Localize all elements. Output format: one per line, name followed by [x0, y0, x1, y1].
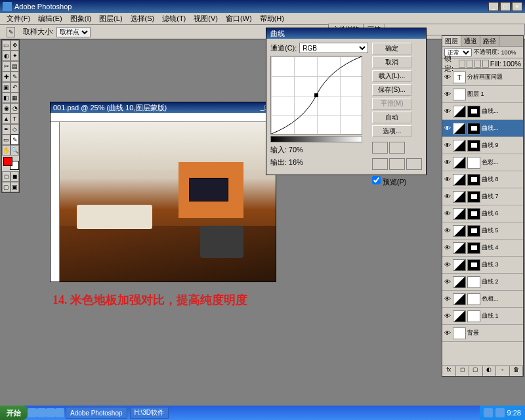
menu-window[interactable]: 窗口(W)	[222, 14, 256, 24]
layer-row[interactable]: 👁曲线...	[442, 103, 523, 120]
curves-curve[interactable]	[271, 56, 362, 134]
layer-name[interactable]: 曲线 9	[482, 141, 522, 150]
menu-filter[interactable]: 滤镜(T)	[158, 14, 190, 24]
curves-gradient[interactable]	[270, 136, 362, 142]
visibility-icon[interactable]: 👁	[444, 210, 452, 218]
tool-dodge[interactable]: ◔	[10, 103, 19, 114]
cancel-button[interactable]: 取消	[372, 56, 411, 68]
layer-name[interactable]: 曲线 7	[482, 192, 522, 201]
visibility-icon[interactable]: 👁	[444, 176, 452, 184]
layer-name[interactable]: 曲线 6	[482, 209, 522, 218]
lock-all[interactable]	[482, 60, 489, 68]
menu-file[interactable]: 文件(F)	[3, 14, 34, 24]
layer-row[interactable]: 👁曲线 5	[442, 222, 523, 240]
layer-name[interactable]: 曲线 3	[482, 261, 522, 269]
start-button[interactable]: 开始	[0, 406, 28, 420]
layer-name[interactable]: 曲线 8	[482, 175, 522, 184]
eyedropper-white[interactable]	[406, 158, 422, 170]
screenmode-2[interactable]: ▣	[10, 182, 19, 192]
layer-row[interactable]: 👁曲线 8	[442, 171, 523, 188]
visibility-icon[interactable]: 👁	[444, 142, 452, 150]
layer-mask[interactable]	[467, 106, 480, 117]
tool-preset-icon[interactable]: ✎	[7, 27, 15, 37]
layer-mask[interactable]	[467, 174, 480, 186]
preview-checkbox[interactable]	[372, 176, 381, 184]
load-button[interactable]: 载入(L)...	[372, 70, 411, 82]
layer-mask[interactable]	[467, 208, 480, 220]
visibility-icon[interactable]: 👁	[444, 244, 452, 252]
tool-lasso[interactable]: ◐	[2, 51, 10, 61]
tool-pen[interactable]: ✒	[2, 124, 10, 135]
tab-paths[interactable]: 路径	[480, 36, 499, 46]
visibility-icon[interactable]: 👁	[444, 278, 452, 286]
layer-mask[interactable]	[467, 293, 480, 305]
tool-wand[interactable]: ✦	[10, 51, 19, 61]
tool-move[interactable]: ✥	[10, 40, 19, 51]
sample-size-select[interactable]: 取样点	[56, 27, 91, 37]
tool-crop[interactable]: ✂	[2, 61, 10, 72]
layer-row[interactable]: 👁曲线 2	[442, 274, 523, 291]
menu-layer[interactable]: 图层(L)	[95, 14, 126, 24]
layer-mask[interactable]	[467, 157, 480, 169]
layer-row[interactable]: 👁T分析画面问题	[442, 69, 523, 86]
tool-path[interactable]: ▲	[2, 114, 10, 124]
system-tray[interactable]: 9:28	[480, 406, 525, 420]
layer-mask[interactable]	[467, 242, 480, 254]
tab-layers[interactable]: 图层	[442, 36, 461, 46]
tool-brush[interactable]: ✎	[10, 72, 19, 82]
layer-adjust-button[interactable]: ◐	[483, 366, 497, 376]
layer-row[interactable]: 👁图层 1	[442, 86, 523, 103]
channel-select[interactable]: RGB	[299, 43, 368, 53]
tool-eyedropper[interactable]: ✎	[10, 135, 19, 145]
layer-name[interactable]: 图层 1	[467, 90, 522, 98]
quicklaunch-icon[interactable]	[37, 408, 46, 417]
menu-select[interactable]: 选择(S)	[127, 14, 159, 24]
layer-name[interactable]: 曲线 1	[482, 312, 522, 320]
tool-blur[interactable]: ◉	[2, 103, 10, 114]
tool-heal[interactable]: ✚	[2, 72, 10, 82]
curves-title[interactable]: 曲线	[266, 28, 426, 39]
visibility-icon[interactable]: 👁	[444, 227, 452, 235]
quickmask-on[interactable]: ◼	[10, 171, 19, 182]
visibility-icon[interactable]: 👁	[444, 261, 452, 269]
curves-graph[interactable]	[270, 56, 362, 135]
visibility-icon[interactable]: 👁	[444, 159, 452, 167]
close-button[interactable]: ×	[512, 2, 522, 11]
taskbar-item[interactable]: H:\3D软件	[130, 407, 169, 419]
tool-marquee[interactable]: ▭	[2, 40, 10, 51]
layer-mask[interactable]	[467, 225, 480, 237]
layer-row[interactable]: 👁曲线...	[442, 120, 523, 137]
layer-name[interactable]: 背景	[467, 329, 522, 337]
tool-stamp[interactable]: ▣	[2, 82, 10, 93]
menu-edit[interactable]: 编辑(E)	[34, 14, 66, 24]
visibility-icon[interactable]: 👁	[444, 329, 452, 337]
layer-mask[interactable]	[467, 191, 480, 203]
tray-icon[interactable]	[484, 408, 493, 417]
screenmode-1[interactable]: ▢	[2, 182, 10, 192]
foreground-color[interactable]	[3, 157, 12, 166]
auto-button[interactable]: 自动	[372, 112, 411, 123]
layer-row[interactable]: 👁背景	[442, 325, 523, 342]
save-button[interactable]: 保存(S)...	[372, 84, 411, 96]
layer-row[interactable]: 👁曲线 9	[442, 137, 523, 154]
eyedropper-black[interactable]	[372, 158, 388, 170]
tool-shape[interactable]: ◇	[10, 124, 19, 135]
layer-name[interactable]: 分析画面问题	[467, 73, 522, 81]
menu-help[interactable]: 帮助(H)	[256, 14, 288, 24]
layer-row[interactable]: 👁曲线 3	[442, 257, 523, 274]
lock-position[interactable]	[474, 60, 481, 68]
quicklaunch-icon[interactable]	[55, 408, 64, 417]
color-swatches[interactable]	[3, 157, 19, 170]
tool-slice[interactable]: ▤	[10, 61, 19, 72]
layer-fx-button[interactable]: fx	[442, 366, 456, 376]
tab-channels[interactable]: 通道	[461, 36, 480, 46]
tool-zoom[interactable]: 🔍	[10, 145, 19, 156]
tool-eraser[interactable]: ◧	[2, 93, 10, 103]
visibility-icon[interactable]: 👁	[444, 91, 452, 98]
layer-mask[interactable]	[467, 276, 480, 288]
layer-mask[interactable]	[467, 259, 480, 271]
tool-gradient[interactable]: ▦	[10, 93, 19, 103]
quickmask-off[interactable]: ◻	[2, 171, 10, 182]
document-titlebar[interactable]: 001.psd @ 25% (曲线 10,图层蒙版) _ □ ×	[51, 102, 276, 113]
layers-list[interactable]: 👁T分析画面问题👁图层 1👁曲线...👁曲线...👁曲线 9👁色彩...👁曲线 …	[442, 69, 523, 366]
